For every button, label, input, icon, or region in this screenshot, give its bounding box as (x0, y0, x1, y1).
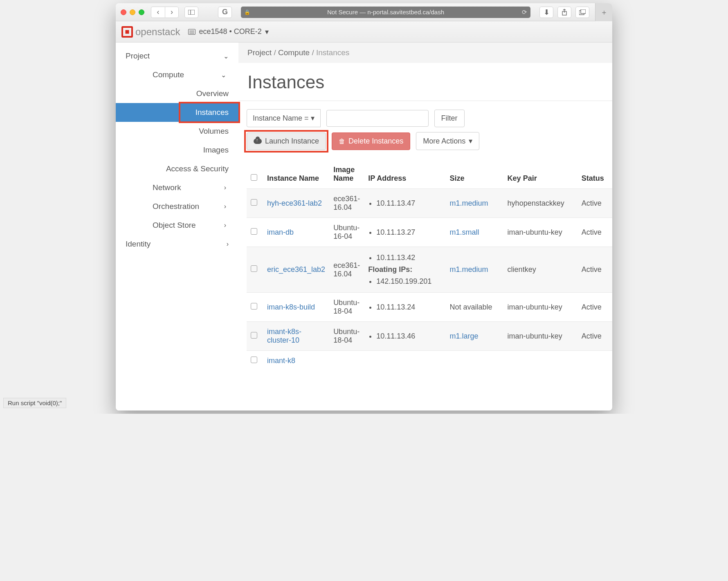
row-checkbox[interactable] (251, 265, 257, 272)
caret-down-icon: ▾ (265, 27, 269, 36)
address-bar[interactable]: 🔒 Not Secure — n-portal.savitestbed.ca/d… (241, 7, 530, 18)
row-checkbox[interactable] (251, 199, 257, 206)
size-cell: Not available (445, 293, 503, 322)
instance-name-link[interactable]: iman-k8s-build (267, 303, 315, 311)
size-link[interactable]: m1.medium (449, 265, 488, 274)
row-checkbox[interactable] (251, 303, 257, 310)
table-row: hyh-ece361-lab2ece361-16.0410.11.13.47m1… (247, 189, 612, 218)
filter-button[interactable]: Filter (434, 110, 465, 127)
instance-name-link[interactable]: hyh-ece361-lab2 (267, 199, 322, 207)
nav-images[interactable]: Images (116, 141, 238, 159)
address-text: Not Secure — n-portal.savitestbed.ca/das… (327, 9, 444, 16)
col-ip-address[interactable]: IP Address (364, 160, 445, 189)
breadcrumb-compute[interactable]: Compute (278, 48, 310, 57)
more-actions-label: More Actions (423, 137, 465, 146)
size-cell: m1.medium (445, 189, 503, 218)
size-link[interactable]: m1.large (449, 332, 478, 340)
image-name-cell: ece361-16.04 (329, 247, 364, 293)
status-cell: Active (577, 218, 612, 247)
brand-text: openstack (135, 26, 180, 38)
key-pair-cell: iman-ubuntu-key (503, 293, 577, 322)
nav-instances[interactable]: Instances (116, 103, 238, 122)
select-all-checkbox[interactable] (251, 174, 257, 181)
col-key-pair[interactable]: Key Pair (503, 160, 577, 189)
new-tab-button[interactable]: ＋ (595, 3, 612, 21)
lock-icon: 🔒 (244, 9, 250, 15)
filter-field-select[interactable]: Instance Name = ▾ (247, 109, 321, 127)
nav-orchestration[interactable]: Orchestration › (116, 197, 238, 216)
row-checkbox[interactable] (251, 228, 257, 235)
key-pair-cell: clientkey (503, 247, 577, 293)
delete-instances-button[interactable]: Delete Instances (332, 132, 410, 150)
nav-network[interactable]: Network › (116, 178, 238, 197)
col-image-name[interactable]: Image Name (329, 160, 364, 189)
nav-overview[interactable]: Overview (116, 84, 238, 103)
nav-volumes[interactable]: Volumes (116, 122, 238, 141)
maximize-window-button[interactable] (139, 9, 144, 15)
instances-table: Instance Name Image Name IP Address Size… (247, 160, 612, 371)
ip-cell (364, 351, 445, 371)
brand-logo[interactable]: openstack (121, 26, 180, 38)
forward-button[interactable]: › (165, 7, 179, 18)
content-area: Project ⌄ Compute ⌄ Overview Instances V… (116, 43, 612, 411)
minimize-window-button[interactable] (130, 9, 135, 15)
instance-name-link[interactable]: eric_ece361_lab2 (267, 265, 325, 274)
sidebar-toggle-button[interactable] (184, 7, 198, 18)
share-button[interactable] (557, 7, 571, 18)
row-checkbox[interactable] (251, 332, 257, 339)
breadcrumb-project[interactable]: Project (247, 48, 272, 57)
ip-address: 10.11.13.27 (376, 227, 441, 238)
reload-icon[interactable]: ⟳ (522, 9, 527, 16)
instance-name-link[interactable]: iman-db (267, 228, 294, 236)
ip-cell: 10.11.13.24 (364, 293, 445, 322)
tabs-button[interactable] (575, 7, 589, 18)
context-label: ece1548 • CORE-2 (199, 27, 261, 36)
image-name-cell: Ubuntu-18-04 (329, 322, 364, 351)
more-actions-button[interactable]: More Actions ▾ (416, 132, 479, 150)
size-link[interactable]: m1.small (449, 228, 479, 236)
ip-cell: 10.11.13.47 (364, 189, 445, 218)
back-button[interactable]: ‹ (151, 7, 165, 18)
table-row: eric_ece361_lab2ece361-16.0410.11.13.42F… (247, 247, 612, 293)
nav-compute[interactable]: Compute ⌄ (116, 65, 238, 84)
nav-buttons: ‹ › (151, 7, 179, 18)
extension-button[interactable]: G (218, 7, 232, 18)
browser-window: ‹ › G 🔒 Not Secure — n-portal.savitestbe… (116, 3, 612, 411)
nav-identity-label: Identity (126, 240, 151, 249)
row-checkbox[interactable] (251, 357, 257, 363)
status-cell (577, 351, 612, 371)
size-link[interactable]: m1.medium (449, 199, 488, 207)
instance-name-link[interactable]: imant-k8 (267, 357, 295, 365)
nav-identity[interactable]: Identity › (116, 235, 238, 253)
nav-object-store[interactable]: Object Store › (116, 216, 238, 235)
size-cell (445, 351, 503, 371)
tabs-icon (579, 9, 586, 15)
col-size[interactable]: Size (445, 160, 503, 189)
project-context-switcher[interactable]: ece1548 • CORE-2 ▾ (188, 27, 268, 36)
size-cell: m1.large (445, 322, 503, 351)
col-instance-name[interactable]: Instance Name (263, 160, 329, 189)
launch-instance-button[interactable]: Launch Instance (247, 132, 326, 150)
downloads-button[interactable]: ⬇ (539, 7, 553, 18)
status-cell: Active (577, 293, 612, 322)
nav-access-security[interactable]: Access & Security (116, 159, 238, 178)
table-row: imant-k8s-cluster-10Ubuntu-18-0410.11.13… (247, 322, 612, 351)
size-cell: m1.small (445, 218, 503, 247)
nav-project[interactable]: Project ⌄ (116, 47, 238, 65)
ip-address: 10.11.13.42 (376, 253, 441, 263)
ip-address: 10.11.13.47 (376, 198, 441, 209)
floating-ips-label: Floating IPs: (368, 265, 441, 275)
col-status[interactable]: Status (577, 160, 612, 189)
filter-input[interactable] (326, 110, 429, 127)
launch-instance-label: Launch Instance (265, 137, 319, 146)
image-name-cell: ece361-16.04 (329, 189, 364, 218)
nav-orchestration-label: Orchestration (153, 202, 199, 211)
instance-name-link[interactable]: imant-k8s-cluster-10 (267, 328, 301, 344)
svg-rect-5 (581, 9, 586, 13)
table-row: iman-k8s-buildUbuntu-18-0410.11.13.24Not… (247, 293, 612, 322)
nav-images-label: Images (203, 146, 229, 155)
delete-instances-label: Delete Instances (348, 137, 403, 146)
close-window-button[interactable] (121, 9, 126, 15)
cloud-upload-icon (254, 139, 262, 144)
window-controls (121, 9, 144, 15)
